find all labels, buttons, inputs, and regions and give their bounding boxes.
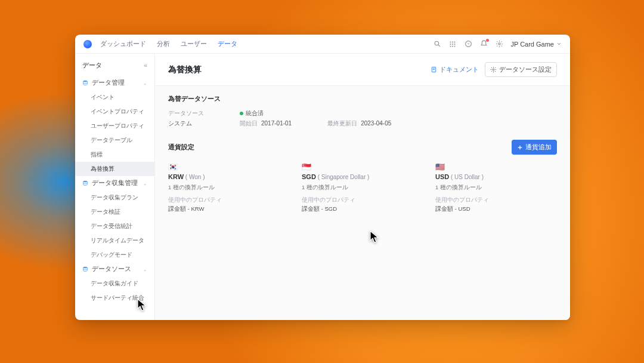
svg-point-13 [499, 43, 500, 45]
flag-icon: 🇰🇷 [168, 163, 290, 171]
property-label: 使用中のプロパティ [435, 196, 557, 204]
database-icon [82, 80, 88, 86]
svg-point-4 [454, 41, 456, 42]
app-window: ダッシュボード分析ユーザーデータ ? JP Card Game [75, 35, 570, 320]
sidebar-item[interactable]: データテーブル [75, 133, 154, 147]
datasource-label: データソース [168, 109, 204, 118]
start-date-row: 開始日2017-01-01 [240, 119, 292, 128]
svg-point-0 [435, 41, 439, 45]
currency-cards: 🇰🇷KRW ( Won )1 種の換算ルール使用中のプロパティ課金額 - KRW… [168, 163, 557, 213]
content: 為替データソース データソース システム 統合済 開始日2017-01-01 最… [155, 86, 570, 222]
datasource-value: システム [168, 119, 204, 128]
sidebar-item[interactable]: データ受信統計 [75, 219, 154, 233]
page-title: 為替換算 [168, 64, 202, 75]
settings-gear-icon[interactable] [495, 40, 503, 48]
svg-line-1 [438, 45, 440, 47]
document-link-button[interactable]: ドキュメント [431, 66, 479, 74]
sidebar-item[interactable]: ユーザープロパティ [75, 119, 154, 133]
currency-card[interactable]: 🇺🇸USD ( US Dollar )1 種の換算ルール使用中のプロパティ課金額… [435, 163, 557, 213]
svg-point-14 [83, 81, 88, 82]
currency-card[interactable]: 🇸🇬SGD ( Singapore Dollar )1 種の換算ルール使用中のプ… [302, 163, 423, 213]
database-icon [82, 266, 88, 272]
sidebar-item[interactable]: データ収集ガイド [75, 276, 154, 291]
svg-point-5 [450, 44, 451, 45]
svg-point-6 [452, 44, 453, 45]
source-section-title: 為替データソース [168, 94, 557, 103]
nav-tabs: ダッシュボード分析ユーザーデータ [100, 35, 237, 53]
currency-name: ( Won ) [185, 174, 205, 180]
currency-settings-header: 通貨設定 通貨追加 [168, 140, 557, 155]
sidebar-group-header[interactable]: データ管理⌄ [75, 76, 154, 90]
sidebar-group-header[interactable]: データ収集管理⌄ [75, 176, 154, 190]
collapse-sidebar-icon[interactable]: « [144, 62, 147, 69]
team-name-label: JP Card Game [510, 41, 554, 48]
nav-tab[interactable]: ユーザー [181, 35, 207, 53]
chevron-down-icon: ⌄ [143, 267, 147, 272]
svg-point-9 [452, 45, 453, 47]
rule-count: 1 種の換算ルール [435, 184, 557, 192]
rule-count: 1 種の換算ルール [168, 184, 290, 192]
gear-icon [490, 66, 497, 73]
nav-tab[interactable]: データ [218, 35, 237, 53]
database-icon [82, 180, 88, 186]
sidebar-item[interactable]: データ検証 [75, 205, 154, 219]
sidebar-group-header[interactable]: データソース⌄ [75, 262, 154, 276]
main-header: 為替換算 ドキュメント データソース設定 [155, 54, 570, 86]
topbar: ダッシュボード分析ユーザーデータ ? JP Card Game [75, 35, 570, 54]
plus-icon [517, 144, 523, 150]
updated-date-row: 最終更新日2023-04-05 [327, 119, 391, 128]
chevron-down-icon [556, 41, 562, 47]
sidebar-header: データ « [75, 59, 154, 76]
flag-icon: 🇺🇸 [435, 163, 557, 171]
currency-settings-title: 通貨設定 [168, 143, 194, 152]
sidebar-item[interactable]: デバッグモード [75, 248, 154, 262]
source-meta-row: データソース システム 統合済 開始日2017-01-01 最終更新日2023-… [168, 109, 557, 128]
flag-icon: 🇸🇬 [302, 163, 423, 171]
property-value: 課金額 - KRW [168, 205, 290, 213]
notifications-icon[interactable] [479, 40, 488, 48]
chevron-down-icon: ⌄ [143, 181, 147, 186]
currency-name: ( US Dollar ) [451, 174, 484, 180]
main-area: 為替換算 ドキュメント データソース設定 為替データソース データソース [155, 54, 570, 320]
currency-code: SGD [302, 173, 316, 180]
apps-grid-icon[interactable] [448, 40, 457, 48]
help-icon[interactable]: ? [464, 40, 472, 48]
sidebar-item[interactable]: 為替換算 [75, 162, 154, 176]
status-start-meta: 統合済 開始日2017-01-01 [240, 109, 292, 128]
datasource-meta: データソース システム [168, 109, 204, 128]
currency-name: ( Singapore Dollar ) [318, 174, 370, 180]
status-value: 統合済 [240, 109, 292, 118]
app-logo-icon [83, 40, 92, 48]
topbar-icons: ? JP Card Game [433, 40, 562, 48]
svg-point-2 [450, 41, 451, 42]
sidebar-item[interactable]: イベント [75, 90, 154, 104]
svg-text:?: ? [467, 42, 470, 46]
search-icon[interactable] [433, 40, 441, 48]
svg-point-8 [450, 45, 451, 47]
sidebar-title: データ [82, 61, 102, 70]
svg-point-3 [452, 41, 453, 42]
status-dot-icon [240, 112, 243, 115]
rule-count: 1 種の換算ルール [302, 184, 423, 192]
sidebar-item[interactable]: 指標 [75, 147, 154, 162]
nav-tab[interactable]: ダッシュボード [100, 35, 146, 53]
sidebar-item[interactable]: イベントプロパティ [75, 104, 154, 119]
currency-card[interactable]: 🇰🇷KRW ( Won )1 種の換算ルール使用中のプロパティ課金額 - KRW [168, 163, 290, 213]
updated-meta: 最終更新日2023-04-05 [327, 109, 391, 128]
sidebar-item[interactable]: リアルタイムデータ [75, 233, 154, 248]
property-label: 使用中のプロパティ [302, 196, 423, 204]
svg-point-16 [83, 267, 88, 269]
sidebar: データ « データ管理⌄イベントイベントプロパティユーザープロパティデータテーブ… [75, 54, 155, 320]
nav-tab[interactable]: 分析 [157, 35, 170, 53]
datasource-settings-button[interactable]: データソース設定 [485, 62, 557, 77]
team-selector[interactable]: JP Card Game [510, 41, 562, 48]
svg-point-15 [83, 181, 88, 183]
currency-code: USD [435, 173, 449, 180]
svg-point-20 [493, 69, 494, 70]
sidebar-item[interactable]: サードパーティ統合 [75, 291, 154, 305]
sidebar-item[interactable]: データ収集プラン [75, 190, 154, 205]
svg-point-7 [454, 44, 456, 45]
add-currency-button[interactable]: 通貨追加 [512, 140, 557, 155]
svg-point-10 [454, 45, 456, 47]
property-value: 課金額 - SGD [302, 205, 423, 213]
